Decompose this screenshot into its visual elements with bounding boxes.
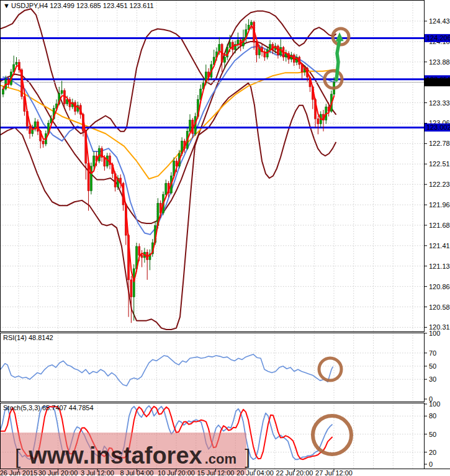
chart-window: [ www.instaforex .com ] 124.435124.16012… xyxy=(0,0,450,476)
stoch-header: Stoch(5,3,3) 65.7407 44.7854 xyxy=(3,404,94,411)
candle-body xyxy=(133,269,135,297)
time-axis-label: 8 Jul 04:00 xyxy=(120,469,154,476)
rsi-axis-label: 30 xyxy=(429,375,436,383)
price-axis-label: 123.335 xyxy=(429,99,450,107)
candle-body xyxy=(223,57,225,62)
candle-body xyxy=(269,45,271,50)
price-axis-label: 122.235 xyxy=(429,181,450,188)
candle-body xyxy=(42,141,44,144)
candle-body xyxy=(138,246,140,255)
rsi-line xyxy=(0,354,333,386)
panel-border xyxy=(1,1,425,332)
slow-ma-line xyxy=(0,70,336,179)
candle-body xyxy=(130,280,132,297)
candle-body xyxy=(165,183,167,194)
candle-body xyxy=(189,120,191,132)
rsi-axis-label: 70 xyxy=(429,349,436,357)
price-axis-label: 123.885 xyxy=(429,58,450,66)
candle-body xyxy=(61,91,63,94)
candle-body xyxy=(256,42,258,55)
time-axis-label: 30 Jun 20:00 xyxy=(38,469,78,476)
watermark-name: www.instaforex xyxy=(28,442,202,469)
current-price-label: 123.611 xyxy=(426,79,450,86)
time-axis-label: 15 Jul 12:00 xyxy=(197,469,235,476)
panel-border xyxy=(1,333,425,402)
candle-body xyxy=(16,62,17,65)
time-axis-label: 20 Jul 04:00 xyxy=(236,469,274,476)
rsi-header: RSI(14) 48.8142 xyxy=(3,334,53,341)
level-price-label: 124.206 xyxy=(426,34,450,42)
time-axis-label: 26 Jun 2015 xyxy=(0,469,37,476)
candle-body xyxy=(317,119,319,123)
watermark-left-bracket: [ xyxy=(15,445,20,468)
level-price-label: 123.002 xyxy=(426,123,450,131)
time-axis-label: 3 Jul 12:00 xyxy=(81,469,114,476)
watermark-right-bracket: ] xyxy=(245,445,250,468)
chart-title: USDJPY,H4 123.499 123.685 123.451 123.61… xyxy=(11,2,154,9)
stoch-axis-label: 50 xyxy=(429,431,436,438)
annotation-layer xyxy=(313,29,351,454)
rsi-axis-label: 50 xyxy=(429,362,436,370)
candle-body xyxy=(29,126,31,133)
candle-body xyxy=(250,22,252,25)
candle-body xyxy=(37,122,38,132)
candle-body xyxy=(229,42,231,47)
rsi-axis-label: 100 xyxy=(429,330,440,337)
price-axis-label: 120.860 xyxy=(429,283,450,290)
watermark-suffix: .com xyxy=(205,451,236,467)
stoch-axis-label: 20 xyxy=(429,449,436,456)
time-axis-label: 27 Jul 12:00 xyxy=(315,469,353,476)
panel-borders xyxy=(0,1,450,469)
annotation-circle[interactable] xyxy=(313,416,351,454)
price-axis-label: 122.510 xyxy=(429,160,450,168)
price-axis-label: 121.410 xyxy=(429,242,450,249)
price-axis-label: 122.785 xyxy=(429,140,450,147)
price-axis-label: 121.685 xyxy=(429,222,450,229)
watermark: [ www.instaforex .com ] xyxy=(0,433,250,475)
stoch-axis-label: 80 xyxy=(429,412,436,420)
candle-body xyxy=(141,255,143,258)
price-axis-label: 124.435 xyxy=(429,17,450,25)
time-axis-label: 10 Jul 20:00 xyxy=(158,469,195,476)
annotation-arrow-head[interactable] xyxy=(336,32,344,42)
fast-ma-line xyxy=(3,25,334,282)
main-chart-layer xyxy=(0,9,424,330)
bollinger-upper-line xyxy=(0,9,336,133)
symbol-dropdown-icon[interactable]: ▼ xyxy=(3,2,10,9)
stoch-axis-label: 0 xyxy=(429,460,433,468)
candle-body xyxy=(2,89,4,94)
candle-body xyxy=(93,156,95,166)
rsi-layer xyxy=(0,354,333,386)
price-axis-label: 121.960 xyxy=(429,201,450,209)
annotation-circle[interactable] xyxy=(319,358,341,380)
price-axis-label: 120.585 xyxy=(429,303,450,311)
stoch-axis-label: 100 xyxy=(429,400,440,408)
price-axis-label: 121.135 xyxy=(429,263,450,270)
time-axis-label: 22 Jul 20:00 xyxy=(276,469,313,476)
